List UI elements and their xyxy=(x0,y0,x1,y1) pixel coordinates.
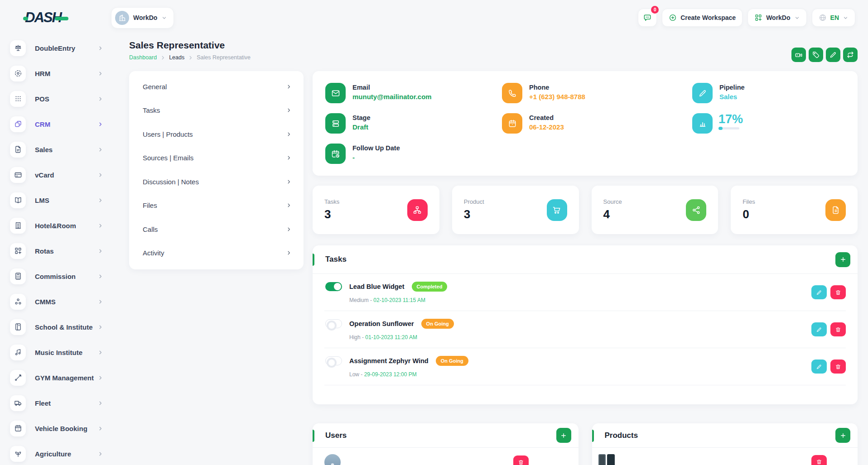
user-avatar xyxy=(324,454,341,465)
sidebar-item-vcard[interactable]: vCard xyxy=(0,162,111,187)
bar-chart-icon xyxy=(692,113,713,134)
create-workspace-button[interactable]: Create Workspace xyxy=(662,9,743,27)
main-content: Sales Representative Dashboard Leads Sal… xyxy=(111,35,868,465)
nav-item-files[interactable]: Files xyxy=(129,194,304,218)
lead-phone-field: Phone+1 (623) 948-8788 xyxy=(502,83,692,103)
nav-item-tasks[interactable]: Tasks xyxy=(129,99,304,123)
sidebar-item-doubleentry[interactable]: DoubleEntry xyxy=(0,35,111,61)
sales-doc-icon xyxy=(10,142,26,158)
label-tag-button[interactable] xyxy=(809,48,823,62)
commission-calculator-icon xyxy=(10,268,26,284)
stat-card-source: Source4 xyxy=(592,186,719,234)
pencil-icon xyxy=(816,364,822,370)
language-selector[interactable]: EN xyxy=(812,9,855,27)
dash-logo[interactable]: DASH xyxy=(25,10,111,26)
sidebar-item-rotas[interactable]: Rotas xyxy=(0,238,111,264)
plus-icon xyxy=(839,256,847,263)
add-user-button[interactable] xyxy=(556,428,571,443)
convert-lead-button[interactable] xyxy=(843,48,858,62)
calendar-clock-icon xyxy=(325,144,346,164)
task-meta: High - 01-10-2023 11:20 AM xyxy=(349,334,811,340)
sidebar-item-cmms[interactable]: CMMS xyxy=(0,289,111,314)
meeting-video-button[interactable] xyxy=(791,48,806,62)
lead-pipeline-value: Sales xyxy=(719,93,745,101)
section-accent-bar xyxy=(313,254,314,266)
delete-task-button[interactable] xyxy=(830,285,846,299)
workdo-menu-label: WorkDo xyxy=(766,14,790,21)
edit-task-button[interactable] xyxy=(811,285,827,299)
edit-task-button[interactable] xyxy=(811,322,827,336)
remove-user-button[interactable] xyxy=(513,455,529,465)
sidebar-item-hotel-room[interactable]: Hotel&Room xyxy=(0,213,111,238)
sidebar-item-fleet[interactable]: Fleet xyxy=(0,390,111,416)
scale-icon xyxy=(10,40,26,56)
workspace-switcher[interactable]: WorkDo xyxy=(111,7,174,29)
pencil-icon xyxy=(829,51,837,59)
workdo-menu-button[interactable]: WorkDo xyxy=(747,9,806,27)
topbar-right-cluster: 0 Create Workspace WorkDo EN xyxy=(638,9,855,27)
nav-item-sources-emails[interactable]: Sources | Emails xyxy=(129,146,304,170)
sidebar-item-pos[interactable]: POS xyxy=(0,86,111,111)
sidebar-item-vehicle-booking[interactable]: Vehicle Booking xyxy=(0,416,111,441)
chevron-right-icon xyxy=(97,45,103,51)
nav-item-general[interactable]: General xyxy=(129,75,304,99)
plus-icon xyxy=(560,432,567,439)
messages-count-badge: 0 xyxy=(651,6,659,14)
nav-item-activity[interactable]: Activity xyxy=(129,241,304,265)
sidebar-item-crm[interactable]: CRM xyxy=(0,111,111,137)
breadcrumb-leads-link[interactable]: Leads xyxy=(169,54,184,61)
task-complete-toggle[interactable] xyxy=(325,356,342,365)
users-section: Users xyxy=(313,423,579,465)
music-note-icon xyxy=(10,345,26,360)
page-title: Sales Representative xyxy=(129,40,251,51)
stat-card-tasks: Tasks3 xyxy=(313,186,439,234)
lead-progress-bar xyxy=(719,127,739,129)
delete-task-button[interactable] xyxy=(830,360,846,374)
user-row xyxy=(313,448,579,465)
create-workspace-label: Create Workspace xyxy=(680,14,736,21)
lead-created-value: 06-12-2023 xyxy=(529,123,564,131)
sidebar-item-sales[interactable]: Sales xyxy=(0,137,111,162)
chevron-right-icon xyxy=(97,71,103,77)
delete-task-button[interactable] xyxy=(830,322,846,336)
lead-email-field: Emailmunuty@mailinator.com xyxy=(325,83,502,103)
globe-icon xyxy=(819,14,827,22)
breadcrumb-dashboard-link[interactable]: Dashboard xyxy=(129,54,157,61)
tasks-section-title: Tasks xyxy=(325,255,347,264)
chevron-down-icon xyxy=(161,15,167,21)
file-icon xyxy=(825,199,846,221)
lead-email-value: munuty@mailinator.com xyxy=(352,93,432,101)
tasks-section: Tasks Lead Blue Widget Completed xyxy=(313,245,858,404)
edit-lead-button[interactable] xyxy=(826,48,840,62)
sidebar-item-lms[interactable]: LMS xyxy=(0,187,111,213)
nav-item-calls[interactable]: Calls xyxy=(129,217,304,241)
add-task-button[interactable] xyxy=(835,252,850,267)
sidebar-item-commission[interactable]: Commission xyxy=(0,264,111,289)
pen-icon xyxy=(692,83,713,103)
task-complete-toggle[interactable] xyxy=(325,319,342,328)
agriculture-sprout-icon xyxy=(10,446,26,462)
chevron-right-icon xyxy=(286,179,292,185)
section-accent-bar xyxy=(592,430,594,442)
sidebar-item-school-institute[interactable]: School & Institute xyxy=(0,314,111,340)
nav-item-users-products[interactable]: Users | Products xyxy=(129,122,304,146)
module-sidebar: DoubleEntry HRM POS CRM Sales vCard LMS … xyxy=(0,35,111,465)
pencil-icon xyxy=(816,289,822,296)
add-product-button[interactable] xyxy=(835,428,850,443)
files-count: 0 xyxy=(743,207,755,221)
mail-icon xyxy=(325,83,346,103)
sidebar-item-music-institute[interactable]: Music Institute xyxy=(0,340,111,365)
lms-book-icon xyxy=(10,192,26,208)
task-meta: Low - 29-09-2023 12:00 PM xyxy=(349,371,811,378)
messages-button[interactable]: 0 xyxy=(638,9,657,27)
share-network-icon xyxy=(686,199,706,221)
lead-progress-field: 17% xyxy=(692,113,845,134)
chevron-right-icon xyxy=(97,426,103,431)
sidebar-item-gym-management[interactable]: GYM Management xyxy=(0,365,111,390)
nav-item-discussion-notes[interactable]: Discussion | Notes xyxy=(129,170,304,194)
remove-product-button[interactable] xyxy=(811,455,827,465)
task-complete-toggle[interactable] xyxy=(325,282,342,291)
sidebar-item-hrm[interactable]: HRM xyxy=(0,61,111,86)
edit-task-button[interactable] xyxy=(811,360,827,374)
sidebar-item-agriculture[interactable]: Agriculture xyxy=(0,441,111,465)
